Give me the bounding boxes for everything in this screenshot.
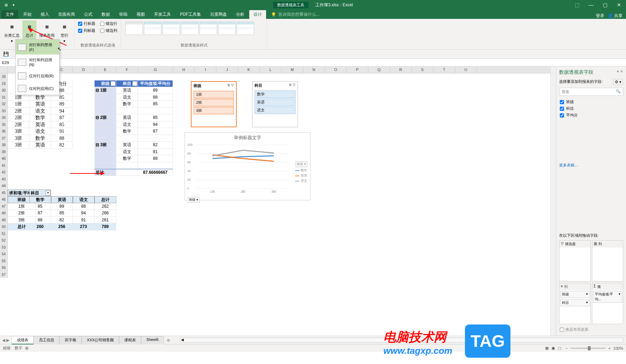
menu-cols-only[interactable]: 仅对列启用(C): [16, 82, 59, 95]
cell[interactable]: 英语: [29, 101, 51, 108]
cell[interactable]: 256: [51, 223, 73, 230]
cell[interactable]: 语文: [29, 108, 51, 115]
cell[interactable]: 88: [138, 155, 173, 162]
cell[interactable]: [95, 121, 116, 128]
tell-me[interactable]: 💡告诉我您想要做什么...: [267, 10, 595, 19]
col-header[interactable]: Q: [368, 66, 390, 73]
style-thumb[interactable]: [237, 22, 254, 35]
col-header[interactable]: J: [216, 66, 238, 73]
cell[interactable]: 82: [51, 142, 73, 149]
cell[interactable]: [95, 149, 116, 156]
row-header[interactable]: 43: [0, 176, 8, 183]
cell[interactable]: [116, 108, 138, 115]
cell[interactable]: 87: [51, 114, 73, 121]
cell[interactable]: 273: [73, 223, 95, 230]
tab-dev[interactable]: 开发工具: [150, 10, 175, 19]
col-header[interactable]: U: [455, 66, 477, 73]
login-link[interactable]: 登录: [596, 13, 604, 19]
zoom-in-button[interactable]: +: [608, 346, 610, 350]
field-item[interactable]: 科目: [559, 105, 623, 112]
style-thumb[interactable]: [200, 22, 217, 35]
row-header[interactable]: 48: [0, 210, 8, 217]
cell[interactable]: 数学: [29, 114, 51, 121]
minimize-icon[interactable]: —: [584, 0, 598, 10]
cell[interactable]: 1班: [8, 101, 29, 108]
cell[interactable]: 语文: [116, 94, 138, 101]
cell[interactable]: 总计: [95, 196, 116, 203]
cell[interactable]: 89: [51, 203, 73, 210]
row-header[interactable]: 52: [0, 237, 8, 244]
cell[interactable]: 英语: [29, 121, 51, 128]
style-thumb[interactable]: [125, 22, 143, 35]
cell[interactable]: ⊟ 3班: [95, 142, 116, 149]
row-headers-checkbox[interactable]: 行标题: [77, 20, 96, 27]
field-pane-close-icon[interactable]: ▾ ✕: [617, 69, 623, 76]
row-area-item[interactable]: 班级▾: [560, 291, 590, 298]
col-header[interactable]: G: [138, 66, 173, 73]
values-area[interactable]: Σ 值 平均值项:平均...▾: [592, 283, 624, 324]
slicer-item[interactable]: 英语: [255, 99, 295, 106]
col-header[interactable]: I: [195, 66, 216, 73]
row-header[interactable]: 35: [0, 121, 8, 128]
sheet-tab[interactable]: 成绩表: [12, 336, 34, 344]
cell[interactable]: 数学: [116, 155, 138, 162]
row-header[interactable]: 38: [0, 142, 8, 149]
value-area-item[interactable]: 平均值项:平均...▾: [593, 291, 622, 303]
cell[interactable]: 3班: [8, 135, 29, 142]
cell[interactable]: 260: [29, 223, 51, 230]
row-header[interactable]: 53: [0, 244, 8, 251]
cell[interactable]: 2班: [8, 121, 29, 128]
row-header[interactable]: 46: [0, 196, 8, 203]
row-header[interactable]: 41: [0, 162, 8, 169]
cell[interactable]: [95, 108, 116, 115]
maximize-icon[interactable]: ▢: [598, 0, 612, 10]
field-search-input[interactable]: 搜索🔍: [559, 88, 623, 96]
cell[interactable]: 789: [95, 223, 116, 230]
cell[interactable]: 85: [51, 210, 73, 217]
add-sheet-button[interactable]: ⊕: [164, 337, 173, 344]
row-header[interactable]: 50: [0, 223, 8, 230]
cell[interactable]: 2班: [8, 114, 29, 121]
cell[interactable]: 3班: [8, 128, 29, 135]
cell[interactable]: 266: [95, 210, 116, 217]
cell[interactable]: 87.66666667: [138, 169, 173, 176]
formula-input[interactable]: 班级: [44, 59, 626, 66]
cell[interactable]: 英语: [29, 142, 51, 149]
row-header[interactable]: 30: [0, 87, 8, 94]
rows-area[interactable]: ≡ 行 班级▾ 科目▾: [559, 283, 591, 324]
col-headers-checkbox[interactable]: 列标题: [77, 27, 96, 34]
slicer-controls[interactable]: ⇅ ▽: [227, 83, 234, 88]
cell[interactable]: 87: [29, 210, 51, 217]
row-header[interactable]: 39: [0, 149, 8, 156]
col-header[interactable]: S: [412, 66, 433, 73]
style-thumb[interactable]: [144, 22, 161, 35]
cell[interactable]: 94: [138, 121, 173, 128]
cell[interactable]: [95, 162, 116, 169]
row-header[interactable]: 34: [0, 114, 8, 121]
zoom-out-button[interactable]: −: [565, 346, 568, 350]
cell[interactable]: [138, 108, 173, 115]
tab-view[interactable]: 视图: [132, 10, 149, 19]
cell[interactable]: 85: [51, 121, 73, 128]
tab-design[interactable]: 设计: [249, 10, 266, 19]
status-overflow-icon[interactable]: ⊞: [25, 346, 28, 350]
cell[interactable]: 91: [138, 149, 173, 156]
row-area-item[interactable]: 科目▾: [560, 299, 590, 306]
cell[interactable]: 82: [138, 142, 173, 149]
cell[interactable]: 语文: [116, 149, 138, 156]
menu-enable-rows-cols[interactable]: 对行和列启用(N): [16, 55, 59, 70]
row-header[interactable]: 28: [0, 73, 8, 80]
cell[interactable]: 261: [95, 217, 116, 224]
tab-layout[interactable]: 页面布局: [54, 10, 79, 19]
slicer-item[interactable]: 2班: [194, 99, 234, 106]
row-header[interactable]: 31: [0, 94, 8, 101]
tab-pdf[interactable]: PDF工具集: [176, 10, 205, 19]
columns-area[interactable]: ▥ 列: [592, 240, 624, 281]
legend-header[interactable]: 科目 ▾: [295, 161, 307, 167]
slicer-subject[interactable]: 科目⇅ ▽ 数学 英语 语文: [252, 81, 298, 127]
filters-area[interactable]: ▽ 筛选器: [559, 240, 591, 281]
field-settings-icon[interactable]: ⚙ ▾: [613, 79, 623, 85]
view-buttons[interactable]: ▦▣▢: [544, 346, 563, 350]
col-header[interactable]: R: [390, 66, 412, 73]
row-header[interactable]: 36: [0, 128, 8, 135]
